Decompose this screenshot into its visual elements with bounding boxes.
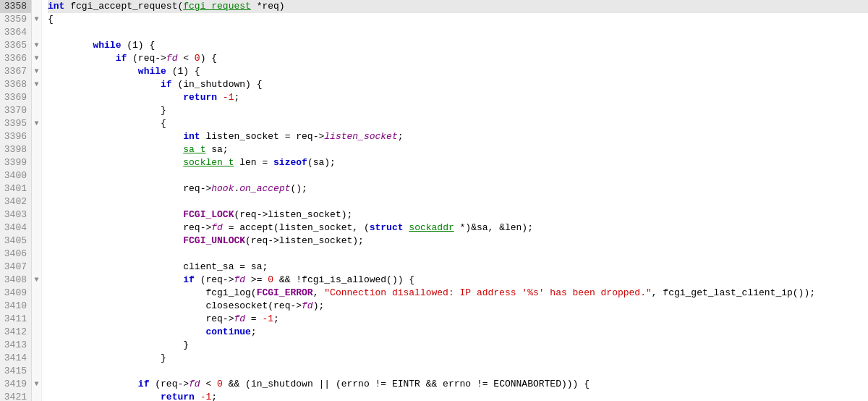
fold-marker[interactable]: ▼ xyxy=(32,117,41,130)
token-type2: fcgi_request xyxy=(183,1,251,12)
code-line: if (in_shutdown) { xyxy=(48,78,868,91)
token-macro: FCGI_ERROR xyxy=(257,287,313,298)
token-plain: fcgi_log( xyxy=(48,287,257,298)
code-editor: 3358335933643365336633673368336933703395… xyxy=(0,0,868,401)
token-field: hook xyxy=(211,183,234,194)
fold-marker xyxy=(32,104,41,117)
line-number: 3412 xyxy=(0,326,31,339)
code-line: sa_t sa; xyxy=(48,143,868,156)
token-kw: struct xyxy=(370,222,404,233)
token-kw: while xyxy=(93,40,121,51)
token-plain xyxy=(48,144,183,155)
fold-marker xyxy=(32,169,41,182)
fold-marker xyxy=(32,26,41,39)
token-kw: return xyxy=(183,92,217,103)
token-field: listen_socket xyxy=(324,131,397,142)
token-plain: = xyxy=(245,313,262,324)
fold-marker xyxy=(32,365,41,378)
fold-marker xyxy=(32,195,41,208)
line-number: 3368 xyxy=(0,78,31,91)
code-line: { xyxy=(48,117,868,130)
token-plain xyxy=(48,40,93,51)
line-number: 3358 xyxy=(0,0,31,13)
fold-marker[interactable]: ▼ xyxy=(32,39,41,52)
code-line xyxy=(48,195,868,208)
code-line: req->fd = -1; xyxy=(48,313,868,326)
token-plain: (); xyxy=(291,183,307,194)
token-plain: , fcgi_get_last_client_ip()); xyxy=(652,287,815,298)
fold-marker xyxy=(32,391,41,401)
token-plain: client_sa = sa; xyxy=(48,261,268,272)
token-kw: int xyxy=(48,1,64,12)
token-plain: } xyxy=(48,339,189,350)
token-plain: sa; xyxy=(205,144,228,155)
fold-marker xyxy=(32,130,41,143)
fold-marker[interactable]: ▼ xyxy=(32,274,41,287)
token-plain: req-> xyxy=(48,313,234,324)
code-line: client_sa = sa; xyxy=(48,261,868,274)
code-line: while (1) { xyxy=(48,39,868,52)
line-number: 3410 xyxy=(0,300,31,313)
token-plain: req-> xyxy=(48,222,211,233)
line-number: 3364 xyxy=(0,26,31,39)
code-line: if (req->fd < 0 && (in_shutdown || (errn… xyxy=(48,378,868,391)
token-plain xyxy=(48,66,138,77)
fold-marker xyxy=(32,300,41,313)
token-num: 0 xyxy=(268,274,273,285)
token-kw: continue xyxy=(205,326,250,337)
token-plain: { xyxy=(48,14,54,25)
token-plain xyxy=(48,157,183,168)
token-plain: req-> xyxy=(48,183,211,194)
line-number: 3414 xyxy=(0,352,31,365)
fold-marker[interactable]: ▼ xyxy=(32,78,41,91)
token-plain xyxy=(217,92,223,103)
line-number: 3398 xyxy=(0,143,31,156)
token-plain xyxy=(48,379,138,389)
line-number: 3407 xyxy=(0,261,31,274)
fold-marker[interactable]: ▼ xyxy=(32,378,41,391)
token-plain xyxy=(48,209,183,220)
line-number: 3413 xyxy=(0,339,31,352)
token-plain: ; xyxy=(398,131,404,142)
token-num: 0 xyxy=(217,379,223,389)
fold-marker xyxy=(32,208,41,221)
token-plain xyxy=(48,274,183,285)
fold-gutter[interactable]: ▼▼▼▼▼▼▼▼ xyxy=(32,0,42,401)
token-plain: fcgi_accept_request( xyxy=(64,1,183,12)
token-plain: listen_socket = req-> xyxy=(200,131,325,142)
fold-marker[interactable]: ▼ xyxy=(32,65,41,78)
token-field: fd xyxy=(211,222,223,233)
line-number: 3402 xyxy=(0,195,31,208)
line-number: 3404 xyxy=(0,221,31,235)
token-num: -1 xyxy=(262,313,273,324)
code-line xyxy=(48,26,868,39)
fold-marker xyxy=(32,156,41,169)
code-line: } xyxy=(48,104,868,117)
code-line: socklen_t len = sizeof(sa); xyxy=(48,156,868,169)
token-plain: (req->listen_socket); xyxy=(245,235,364,246)
token-num: -1 xyxy=(200,392,212,401)
code-line: { xyxy=(48,13,868,26)
token-num: 0 xyxy=(195,53,200,64)
token-plain: closesocket(req-> xyxy=(48,300,302,311)
token-plain: (req-> xyxy=(195,274,234,285)
line-number: 3370 xyxy=(0,104,31,117)
token-macro: FCGI_UNLOCK xyxy=(183,235,245,246)
token-plain xyxy=(48,79,161,90)
token-plain: } xyxy=(48,105,166,116)
fold-marker[interactable]: ▼ xyxy=(32,52,41,65)
token-kw: sizeof xyxy=(273,157,307,168)
token-plain: len = xyxy=(234,157,273,168)
code-line: FCGI_UNLOCK(req->listen_socket); xyxy=(48,235,868,248)
token-field: fd xyxy=(234,313,245,324)
token-plain: (req->listen_socket); xyxy=(234,209,352,220)
token-type: sockaddr xyxy=(409,222,454,233)
token-plain: (sa); xyxy=(307,157,336,168)
code-line: req->fd = accept(listen_socket, (struct … xyxy=(48,221,868,235)
token-plain: = accept(listen_socket, ( xyxy=(223,222,370,233)
token-plain: (req-> xyxy=(127,53,166,64)
token-macro: FCGI_LOCK xyxy=(183,209,234,220)
fold-marker xyxy=(32,182,41,195)
line-number: 3419 xyxy=(0,378,31,391)
fold-marker[interactable]: ▼ xyxy=(32,13,41,26)
